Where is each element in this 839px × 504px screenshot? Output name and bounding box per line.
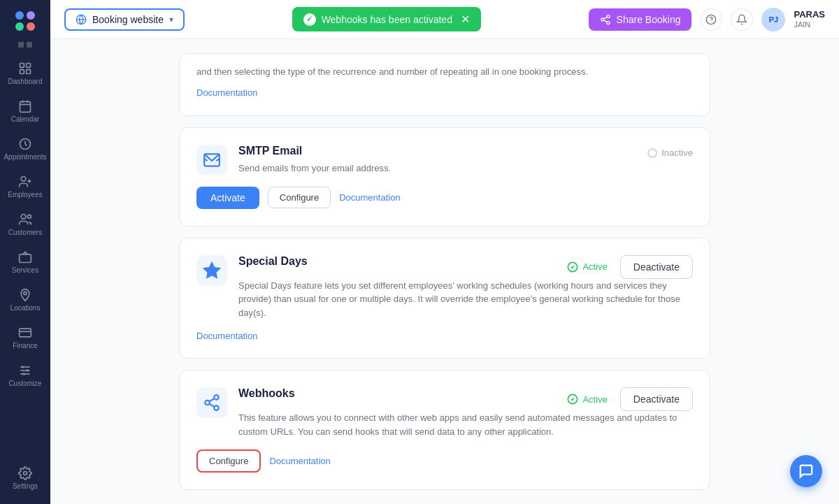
svg-point-13 xyxy=(21,177,26,182)
chevron-down-icon: ▾ xyxy=(169,15,173,24)
svg-point-26 xyxy=(27,369,29,371)
webhooks-status: Active Deactivate xyxy=(567,387,693,411)
webhooks-deactivate-button[interactable]: Deactivate xyxy=(620,387,693,411)
webhooks-card: Webhooks Active Deactivate This feature … xyxy=(179,370,710,490)
svg-point-27 xyxy=(23,373,25,375)
svg-point-1 xyxy=(27,11,35,20)
svg-point-2 xyxy=(15,22,24,31)
smtp-status-icon xyxy=(647,148,657,158)
sidebar-item-locations-label: Locations xyxy=(10,304,41,312)
sidebar-collapse[interactable] xyxy=(18,42,32,48)
svg-point-32 xyxy=(601,18,604,21)
sidebar-item-finance-label: Finance xyxy=(13,342,38,350)
smtp-configure-button[interactable]: Configure xyxy=(268,187,331,208)
svg-marker-41 xyxy=(204,263,220,278)
sidebar-item-finance[interactable]: Finance xyxy=(3,320,47,355)
special-days-description: Special Days feature lets you set differ… xyxy=(238,279,693,320)
special-days-status-label: Active xyxy=(582,261,607,272)
special-days-deactivate-button[interactable]: Deactivate xyxy=(620,255,693,279)
svg-point-19 xyxy=(24,291,27,294)
share-icon xyxy=(600,14,611,25)
sidebar-item-calendar[interactable]: Calendar xyxy=(3,94,47,129)
special-days-card: Special Days Active Deactivate Special D… xyxy=(179,238,710,359)
notifications-button[interactable] xyxy=(731,8,753,31)
smtp-activate-button[interactable]: Activate xyxy=(196,187,259,209)
svg-rect-5 xyxy=(27,64,31,68)
smtp-icon-container xyxy=(196,145,227,175)
top-partial-card: and then selecting the type of the recur… xyxy=(179,53,710,116)
svg-point-28 xyxy=(24,472,27,475)
svg-point-45 xyxy=(214,405,219,410)
globe-icon xyxy=(76,14,87,25)
svg-point-33 xyxy=(607,21,610,24)
user-name: PARAS xyxy=(794,9,825,20)
share-booking-button[interactable]: Share Booking xyxy=(589,8,692,31)
svg-line-46 xyxy=(209,404,214,407)
sidebar-item-customize[interactable]: Customize xyxy=(3,358,47,393)
svg-rect-4 xyxy=(20,64,24,68)
user-initials: PJ xyxy=(769,15,778,24)
smtp-title: SMTP Email xyxy=(238,145,302,157)
sidebar-item-services-label: Services xyxy=(12,266,38,274)
svg-point-25 xyxy=(22,366,24,368)
toast-message: Webhooks has been activated xyxy=(322,14,452,25)
svg-point-44 xyxy=(205,401,210,405)
webhooks-icon-container xyxy=(196,387,227,418)
booking-website-button[interactable]: Booking website ▾ xyxy=(64,8,185,31)
svg-point-3 xyxy=(27,22,35,31)
svg-point-43 xyxy=(214,395,219,400)
top-doc-button[interactable]: Documentation xyxy=(196,87,257,98)
app-logo[interactable] xyxy=(13,8,38,34)
sidebar-item-calendar-label: Calendar xyxy=(11,115,40,123)
toast-check-icon: ✓ xyxy=(303,13,316,26)
sidebar-item-customers[interactable]: Customers xyxy=(3,207,47,242)
topbar: Booking website ▾ ✓ Webhooks has been ac… xyxy=(50,0,839,39)
webhooks-actions: Configure Documentation xyxy=(196,449,693,473)
sidebar-item-employees[interactable]: Employees xyxy=(3,169,47,204)
sidebar-item-appointments-label: Appointments xyxy=(3,153,46,161)
special-days-icon-container xyxy=(196,255,227,286)
svg-rect-20 xyxy=(20,329,31,337)
sidebar-item-settings[interactable]: Settings xyxy=(3,461,47,496)
special-days-status: Active Deactivate xyxy=(567,255,693,279)
sidebar-item-dashboard-label: Dashboard xyxy=(8,78,43,85)
help-icon xyxy=(705,14,717,25)
user-info[interactable]: PARAS JAIN xyxy=(794,9,825,29)
smtp-status: Inactive xyxy=(647,147,693,158)
smtp-email-card: SMTP Email Inactive Send emails from you… xyxy=(179,127,710,226)
toast-close-button[interactable]: ✕ xyxy=(461,13,470,26)
webhooks-description: This feature allows you to connect with … xyxy=(238,411,693,438)
smtp-doc-button[interactable]: Documentation xyxy=(339,192,400,203)
special-days-doc-button[interactable]: Documentation xyxy=(196,331,257,341)
user-avatar[interactable]: PJ xyxy=(761,8,785,31)
chat-icon xyxy=(798,463,814,479)
sidebar-item-dashboard[interactable]: Dashboard xyxy=(3,56,47,91)
sidebar-item-customers-label: Customers xyxy=(8,229,42,236)
share-booking-label: Share Booking xyxy=(617,14,681,25)
bell-icon xyxy=(736,14,747,25)
sidebar-item-services[interactable]: Services xyxy=(3,245,47,280)
smtp-icon xyxy=(203,151,221,169)
svg-rect-6 xyxy=(20,70,24,74)
booking-website-label: Booking website xyxy=(92,14,164,25)
main-area: Booking website ▾ ✓ Webhooks has been ac… xyxy=(50,0,839,504)
webhooks-doc-button[interactable]: Documentation xyxy=(269,456,330,466)
sidebar-item-locations[interactable]: Locations xyxy=(3,282,47,317)
svg-line-34 xyxy=(603,20,607,22)
smtp-actions: Activate Configure Documentation xyxy=(196,187,693,209)
help-button[interactable] xyxy=(700,8,722,31)
sidebar-item-appointments[interactable]: Appointments xyxy=(3,131,47,166)
webhooks-status-label: Active xyxy=(582,394,607,405)
webhooks-active-icon xyxy=(567,394,578,405)
webhooks-configure-button[interactable]: Configure xyxy=(196,449,261,473)
topbar-icons: PJ PARAS JAIN xyxy=(700,8,825,31)
top-partial-text: and then selecting the type of the recur… xyxy=(196,65,693,79)
content-area: and then selecting the type of the recur… xyxy=(50,39,839,504)
svg-line-35 xyxy=(603,17,607,19)
chat-fab[interactable] xyxy=(790,455,822,487)
active-check-icon xyxy=(567,261,578,273)
user-lastname: JAIN xyxy=(794,20,825,29)
webhooks-title: Webhooks xyxy=(238,387,295,400)
svg-point-0 xyxy=(15,11,24,20)
svg-rect-8 xyxy=(20,101,31,112)
